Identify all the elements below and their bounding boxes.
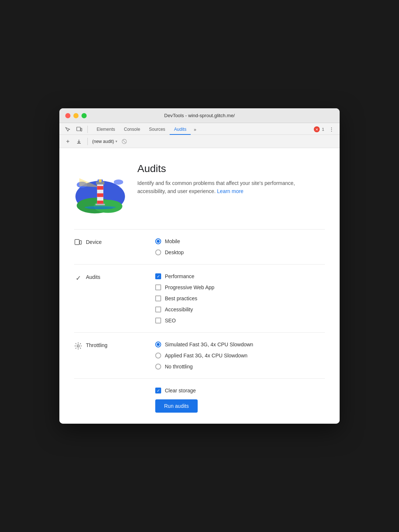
tab-console[interactable]: Console (119, 125, 145, 135)
devtools-window: DevTools - wind-sprout.glitch.me/ Elemen… (59, 108, 340, 424)
run-audits-button[interactable]: Run audits (155, 399, 198, 413)
svg-point-12 (96, 179, 96, 180)
audit-dropdown[interactable]: (new audit) ▾ (92, 139, 117, 144)
svg-rect-0 (77, 127, 80, 131)
no-throttling-option[interactable]: No throttling (155, 364, 325, 370)
svg-point-9 (87, 181, 87, 181)
device-label: Device (74, 238, 148, 255)
close-button[interactable] (65, 113, 70, 118)
hero-section: Audits Identify and fix common problems … (74, 159, 325, 230)
performance-option[interactable]: ✓ Performance (155, 273, 325, 279)
hero-text: Audits Identify and fix common problems … (137, 159, 325, 196)
main-content: Audits Identify and fix common problems … (59, 148, 340, 424)
throttling-options: Simulated Fast 3G, 4x CPU Slowdown Appli… (155, 342, 325, 370)
device-section: Device Mobile Desktop (74, 230, 325, 265)
bottom-section: ✓ Clear storage Run audits (74, 379, 325, 413)
toolbar-separator (87, 126, 88, 133)
device-section-icon (74, 239, 82, 248)
device-section-label: Device (86, 239, 102, 245)
block-icon[interactable] (120, 137, 128, 146)
applied-fast-3g-radio[interactable] (155, 353, 161, 358)
svg-point-5 (84, 175, 85, 176)
throttling-section: Throttling Simulated Fast 3G, 4x CPU Slo… (74, 333, 325, 379)
audits-section: ✓ Audits ✓ Performance Progressive Web A… (74, 265, 325, 333)
seo-option[interactable]: SEO (155, 318, 325, 323)
svg-rect-27 (96, 204, 105, 205)
maximize-button[interactable] (81, 113, 87, 118)
clear-storage-checkbox[interactable]: ✓ (155, 388, 161, 393)
window-title: DevTools - wind-sprout.glitch.me/ (164, 113, 235, 118)
svg-rect-23 (97, 201, 103, 204)
simulated-fast-3g-radio[interactable] (155, 342, 161, 347)
desktop-option[interactable]: Desktop (155, 249, 325, 255)
throttling-section-label: Throttling (86, 342, 107, 348)
svg-rect-22 (97, 193, 103, 197)
window-controls (65, 113, 87, 118)
desktop-radio[interactable] (155, 249, 161, 255)
pwa-checkbox[interactable] (155, 284, 161, 290)
applied-fast-3g-option[interactable]: Applied Fast 3G, 4x CPU Slowdown (155, 353, 325, 358)
device-icon[interactable] (74, 124, 84, 134)
hero-title: Audits (137, 163, 325, 175)
svg-point-8 (115, 176, 116, 177)
svg-point-26 (98, 179, 101, 182)
chevron-down-icon: ▾ (115, 139, 117, 143)
tab-bar-right: ✕ 1 ⋮ (314, 124, 337, 134)
svg-point-7 (108, 171, 108, 172)
svg-rect-1 (81, 128, 82, 131)
svg-point-29 (87, 207, 113, 209)
tab-bar: Elements Console Sources Audits » ✕ 1 ⋮ (59, 123, 340, 135)
audits-label: ✓ Audits (74, 273, 148, 323)
hero-description: Identify and fix common problems that af… (137, 179, 325, 196)
seo-checkbox[interactable] (155, 318, 161, 323)
throttling-label: Throttling (74, 342, 148, 370)
mobile-radio[interactable] (155, 238, 161, 244)
svg-point-32 (77, 345, 79, 347)
svg-rect-31 (80, 241, 81, 244)
svg-rect-30 (75, 239, 79, 245)
tab-elements[interactable]: Elements (92, 125, 119, 135)
svg-point-16 (114, 179, 123, 185)
gear-icon (74, 342, 82, 351)
title-bar: DevTools - wind-sprout.glitch.me/ (59, 108, 340, 123)
best-practices-option[interactable]: Best practices (155, 295, 325, 301)
svg-point-6 (92, 173, 93, 173)
svg-point-14 (119, 187, 120, 188)
error-badge: ✕ (314, 126, 320, 132)
no-throttling-radio[interactable] (155, 364, 161, 370)
minimize-button[interactable] (73, 113, 79, 118)
add-audit-icon[interactable]: + (64, 137, 72, 146)
audit-dropdown-label: (new audit) (92, 139, 114, 144)
accessibility-option[interactable]: Accessibility (155, 307, 325, 312)
more-options-icon[interactable]: ⋮ (326, 124, 337, 134)
cursor-icon[interactable] (62, 124, 73, 134)
error-count: 1 (322, 127, 324, 132)
svg-line-3 (123, 140, 126, 143)
tab-audits[interactable]: Audits (170, 125, 191, 135)
lighthouse-illustration (74, 159, 126, 218)
simulated-fast-3g-option[interactable]: Simulated Fast 3G, 4x CPU Slowdown (155, 342, 325, 347)
svg-point-11 (103, 175, 103, 176)
svg-rect-21 (97, 186, 103, 190)
learn-more-link[interactable]: Learn more (217, 188, 244, 194)
audit-toolbar: + (new audit) ▾ (59, 135, 340, 148)
accessibility-checkbox[interactable] (155, 307, 161, 312)
download-audit-icon[interactable] (75, 137, 83, 146)
clear-storage-option[interactable]: ✓ Clear storage (155, 388, 325, 393)
mobile-option[interactable]: Mobile (155, 238, 325, 244)
audit-toolbar-sep (87, 138, 88, 145)
audits-section-label: Audits (86, 274, 100, 280)
performance-checkbox[interactable]: ✓ (155, 273, 161, 279)
tab-more[interactable]: » (191, 125, 199, 134)
check-icon: ✓ (74, 274, 82, 282)
audits-options: ✓ Performance Progressive Web App Best p… (155, 273, 325, 323)
pwa-option[interactable]: Progressive Web App (155, 284, 325, 290)
best-practices-checkbox[interactable] (155, 295, 161, 301)
tab-sources[interactable]: Sources (145, 125, 170, 135)
device-options: Mobile Desktop (155, 238, 325, 255)
